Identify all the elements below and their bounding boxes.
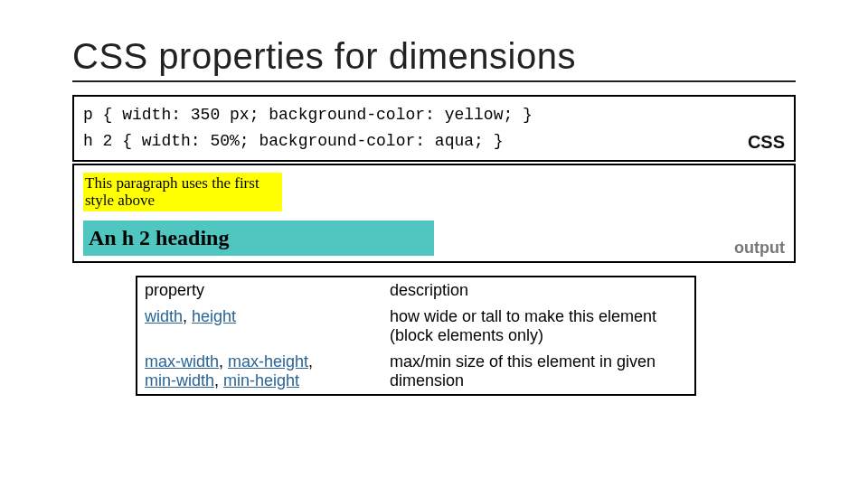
property-link[interactable]: max-height: [228, 352, 308, 371]
css-code-box: p { width: 350 px; background-color: yel…: [72, 95, 796, 162]
property-link[interactable]: width: [145, 307, 183, 325]
demo-paragraph: This paragraph uses the first style abov…: [83, 173, 282, 211]
table-cell-desc: max/min size of this element in given di…: [382, 349, 695, 395]
code-line-1: p { width: 350 px; background-color: yel…: [83, 102, 785, 128]
property-link[interactable]: min-width: [145, 371, 214, 389]
table-row: max-width, max-height, min-width, min-he…: [137, 349, 695, 395]
table-cell-props: width, height: [137, 304, 382, 349]
properties-table: property description width, height how w…: [136, 276, 696, 396]
output-box: This paragraph uses the first style abov…: [72, 164, 796, 263]
table-header-row: property description: [137, 277, 695, 304]
output-box-label: output: [734, 239, 785, 258]
table-header-description: description: [382, 277, 695, 304]
table-row: width, height how wide or tall to make t…: [137, 304, 695, 349]
table-cell-desc: how wide or tall to make this element (b…: [382, 304, 695, 349]
property-link[interactable]: min-height: [223, 371, 299, 389]
table-header-property: property: [137, 277, 382, 304]
slide: CSS properties for dimensions p { width:…: [0, 0, 868, 414]
property-link[interactable]: height: [192, 307, 236, 325]
demo-h2-heading: An h 2 heading: [83, 221, 434, 256]
code-line-2: h 2 { width: 50%; background-color: aqua…: [83, 128, 785, 155]
property-link[interactable]: max-width: [145, 352, 219, 371]
code-box-label: CSS: [748, 127, 785, 156]
slide-title: CSS properties for dimensions: [72, 36, 796, 82]
table-cell-props: max-width, max-height, min-width, min-he…: [137, 349, 382, 395]
